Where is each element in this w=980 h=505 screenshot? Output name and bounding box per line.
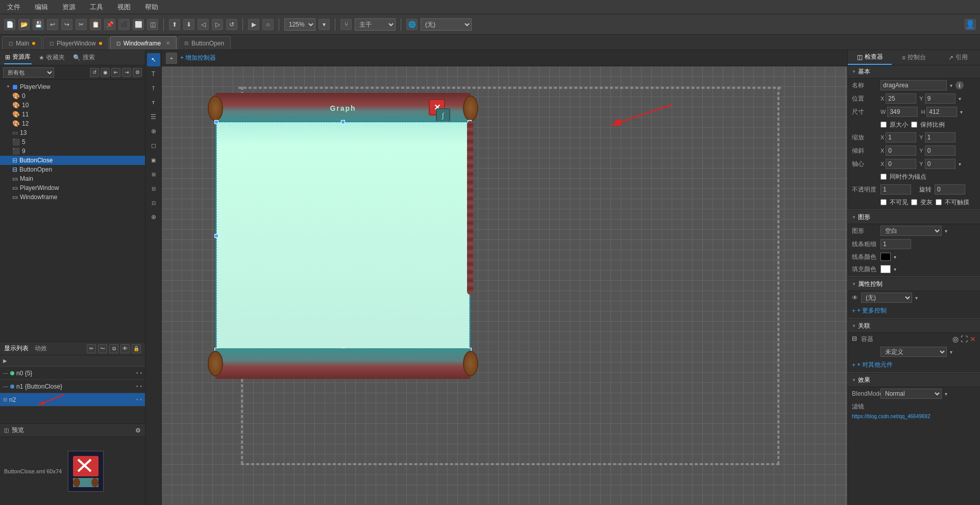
layer-n0[interactable]: — n0 {5} • • — [0, 367, 145, 380]
canvas-add-btn[interactable]: + — [166, 53, 177, 64]
layer-n1[interactable]: — n1 {ButtonClose} • • — [0, 380, 145, 393]
new-file-btn[interactable]: 📄 — [4, 19, 15, 30]
text-tool[interactable]: T — [147, 67, 160, 81]
shape-type-select[interactable]: 空白 — [880, 226, 942, 236]
gray-check[interactable] — [911, 199, 917, 205]
tree-item-buttonopen[interactable]: ⊟ ButtonOpen — [0, 165, 145, 174]
prop-control-dropdown[interactable]: ▾ — [915, 295, 918, 301]
tree-item-playerwindow[interactable]: ▭ PlayerWindow — [0, 183, 145, 193]
text-tool3[interactable]: T — [147, 96, 160, 109]
visibility-icon[interactable]: 👁 — [120, 344, 130, 353]
line-color-swatch[interactable] — [880, 253, 891, 261]
zoom-select[interactable]: 125% — [284, 18, 315, 31]
scale-y-input[interactable] — [925, 132, 955, 142]
zoom-dropdown[interactable]: ▾ — [318, 19, 330, 30]
name-input[interactable] — [880, 80, 947, 90]
tab-reference[interactable]: ↗ 引用 — [936, 50, 980, 65]
arrow-left-btn[interactable]: ◁ — [198, 19, 209, 30]
name-dropdown-btn[interactable]: ▾ — [950, 83, 952, 88]
asset-tab-library[interactable]: ⊞ 资源库 — [4, 51, 32, 64]
copy-btn[interactable]: 📋 — [90, 19, 101, 30]
skew-y-input[interactable] — [925, 146, 955, 156]
keep-ratio-check[interactable] — [911, 122, 917, 128]
cut-btn[interactable]: ✂ — [76, 19, 87, 30]
prop-control-select[interactable]: (无) — [861, 293, 912, 303]
settings-icon[interactable]: ⚙ — [133, 68, 142, 77]
line-width-input[interactable] — [880, 239, 911, 249]
select-tool[interactable]: ↖ — [147, 53, 160, 66]
layer-n2-menu[interactable]: • — [136, 397, 138, 402]
pivot-x-input[interactable] — [886, 159, 916, 169]
tool2[interactable]: ⬜ — [133, 19, 144, 30]
tab-buttonopen[interactable]: ⊟ ButtonOpen — [178, 36, 231, 50]
size-dropdown-btn[interactable]: ▾ — [960, 109, 963, 115]
pivot-dropdown-btn[interactable]: ▾ — [959, 161, 961, 167]
layer-n2-more[interactable]: • — [140, 397, 142, 402]
copy-icon[interactable]: ⧉ — [109, 344, 118, 353]
size-w-input[interactable] — [887, 107, 918, 117]
group-tool[interactable]: ⊞ — [147, 167, 160, 181]
layer-n1-more[interactable]: • — [140, 383, 142, 389]
refresh-btn[interactable]: ↺ — [226, 19, 237, 30]
container-target-icon[interactable]: ◎ — [952, 335, 959, 343]
rect-tool2[interactable]: ▣ — [147, 153, 160, 166]
line-color-dropdown[interactable]: ▾ — [894, 254, 896, 260]
handle-ml[interactable] — [214, 234, 218, 238]
tool1[interactable]: ⬛ — [118, 19, 130, 30]
layer-n2[interactable]: ⊟ n2 • • — [0, 393, 145, 406]
container-fullscreen-icon[interactable]: ⛶ — [961, 335, 968, 343]
fill-color-swatch[interactable] — [880, 265, 891, 273]
preview-settings-icon[interactable]: ⚙ — [135, 427, 141, 434]
rect-tool[interactable]: ◻ — [147, 139, 160, 152]
grid-tool[interactable]: ⊡ — [147, 196, 160, 209]
section-relation-header[interactable]: ▼ 关联 — [848, 320, 980, 333]
filter-select[interactable]: 所有包 — [3, 67, 54, 78]
group-tool2[interactable]: ⊟ — [147, 182, 160, 195]
lock-icon[interactable]: 🔒 — [132, 344, 141, 353]
tab-console[interactable]: ≡ 控制台 — [892, 50, 936, 65]
undo-btn[interactable]: ↩ — [47, 19, 58, 30]
handle-tl[interactable] — [214, 120, 218, 124]
plus-tool[interactable]: ⊕ — [147, 210, 160, 224]
circle-btn[interactable]: ○ — [262, 19, 274, 30]
tree-item-windowframe[interactable]: ▭ Windowframe — [0, 193, 145, 202]
tree-item-13[interactable]: ▭ 13 — [0, 128, 145, 137]
menu-help[interactable]: 帮助 — [142, 2, 161, 13]
invisible-check[interactable] — [880, 199, 887, 205]
size-h-input[interactable] — [926, 107, 957, 117]
curve-icon[interactable]: 〜 — [98, 344, 107, 353]
refresh-icon[interactable]: ↺ — [90, 68, 99, 77]
pos-x-input[interactable] — [886, 93, 916, 104]
pivot-y-input[interactable] — [925, 159, 955, 169]
add-tool[interactable]: ⊕ — [147, 125, 160, 138]
menu-view[interactable]: 视图 — [114, 2, 134, 13]
tree-item-9[interactable]: ⬛ 9 — [0, 147, 145, 156]
branch-select[interactable]: 主干 — [355, 18, 396, 31]
more-controls-btn[interactable]: + + 更多控制 — [848, 304, 980, 317]
layer-n1-menu[interactable]: • — [136, 383, 138, 389]
container-delete-icon[interactable]: ✕ — [970, 335, 976, 343]
tree-item-12[interactable]: 🎨 12 — [0, 119, 145, 128]
asset-tab-search[interactable]: 🔍 搜索 — [72, 51, 96, 64]
tree-item-main[interactable]: ▭ Main — [0, 174, 145, 183]
menu-edit[interactable]: 编辑 — [32, 2, 51, 13]
locate-icon[interactable]: ◉ — [101, 68, 110, 77]
open-file-btn[interactable]: 📂 — [18, 19, 30, 30]
save-btn[interactable]: 💾 — [33, 19, 44, 30]
tree-item-buttonclose[interactable]: ⊟ ButtonClose — [0, 156, 145, 165]
layer-menu-icon[interactable]: • — [136, 370, 138, 376]
no-touch-check[interactable] — [936, 199, 942, 205]
menu-file[interactable]: 文件 — [4, 2, 23, 13]
user-icon[interactable]: 👤 — [965, 19, 976, 30]
filter-link[interactable]: https://blog.csdn.net/qq_46649692 — [848, 413, 980, 420]
tab-windowframe[interactable]: ◻ Windowframe ✕ — [110, 36, 177, 50]
sync-anchor-check[interactable] — [880, 174, 887, 180]
pos-y-input[interactable] — [925, 93, 955, 104]
pos-dropdown-btn[interactable]: ▾ — [959, 96, 961, 102]
skew-x-input[interactable] — [886, 146, 916, 156]
tree-item-0[interactable]: 🎨 0 — [0, 91, 145, 101]
export-btn[interactable]: ⬆ — [169, 19, 180, 30]
menu-tools[interactable]: 工具 — [87, 2, 106, 13]
section-shape-header[interactable]: ▼ 图形 — [848, 211, 980, 224]
tab-main[interactable]: ◻ Main — [2, 36, 42, 50]
